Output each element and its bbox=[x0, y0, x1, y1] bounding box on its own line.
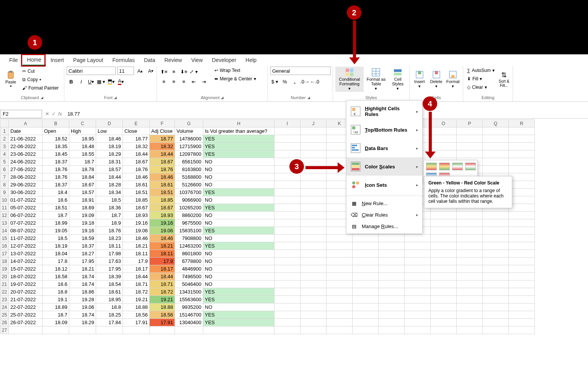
format-as-table-button[interactable]: Format as Table ▾ bbox=[365, 67, 387, 92]
name-box[interactable] bbox=[0, 110, 42, 118]
decrease-decimal-button[interactable]: ←.0 bbox=[310, 77, 319, 86]
cell-adj-close[interactable]: 18.93 bbox=[150, 212, 175, 219]
cell[interactable]: 18.09 bbox=[42, 319, 69, 326]
cell[interactable]: 6561500 bbox=[175, 158, 203, 166]
cell[interactable]: 15-07-2022 bbox=[9, 265, 42, 273]
cell[interactable]: 17.95 bbox=[69, 258, 96, 265]
row-header-20[interactable]: 20 bbox=[0, 273, 9, 281]
header-cell[interactable]: Is Vol greater than average? bbox=[203, 127, 274, 135]
header-cell[interactable]: High bbox=[69, 127, 96, 135]
cell[interactable]: 18.25 bbox=[96, 311, 123, 319]
row-header-17[interactable]: 17 bbox=[0, 250, 9, 258]
paste-button[interactable]: Paste ▾ bbox=[2, 67, 19, 92]
italic-button[interactable]: I bbox=[77, 77, 86, 86]
cell-adj-close[interactable]: 19.16 bbox=[150, 219, 175, 227]
decrease-font-button[interactable]: A▾ bbox=[146, 67, 155, 75]
cell[interactable]: 17.8 bbox=[42, 258, 69, 265]
cell[interactable]: 18.7 bbox=[69, 158, 96, 166]
cell[interactable]: 18.88 bbox=[123, 303, 150, 311]
cell[interactable]: 9066900 bbox=[175, 196, 203, 204]
row-header-7[interactable]: 7 bbox=[0, 173, 9, 181]
cell[interactable]: 18.74 bbox=[69, 273, 96, 281]
cell[interactable]: 18-07-2022 bbox=[9, 273, 42, 281]
cell[interactable]: 5046400 bbox=[175, 281, 203, 288]
cell[interactable]: 18.46 bbox=[123, 235, 150, 242]
cell[interactable]: 18.36 bbox=[96, 204, 123, 212]
cell[interactable]: 6778800 bbox=[175, 258, 203, 265]
cell[interactable]: 18.56 bbox=[123, 311, 150, 319]
cell[interactable]: 19-07-2022 bbox=[9, 281, 42, 288]
row-header-5[interactable]: 5 bbox=[0, 158, 9, 166]
cell[interactable]: 25-07-2022 bbox=[9, 311, 42, 319]
align-middle-button[interactable]: ≡ bbox=[169, 67, 178, 76]
fill-button[interactable]: ⬇Fill ▾ bbox=[466, 75, 496, 83]
enter-icon[interactable]: ✓ bbox=[52, 111, 56, 117]
cell[interactable]: 18.91 bbox=[69, 196, 96, 204]
dialog-launcher-icon[interactable]: ◢ bbox=[307, 96, 310, 100]
menu-clear-rules[interactable]: ⌫ Clear Rules ▸ bbox=[346, 209, 422, 220]
comma-button[interactable]: , bbox=[290, 77, 299, 86]
cancel-icon[interactable]: ✕ bbox=[45, 111, 49, 117]
cell[interactable]: 12-07-2022 bbox=[9, 242, 42, 250]
menu-icon-sets[interactable]: Icon Sets ▸ bbox=[346, 176, 422, 194]
cell-isvol[interactable]: YES bbox=[203, 242, 274, 250]
cell-isvol[interactable]: NO bbox=[203, 173, 274, 181]
cell[interactable]: 18.48 bbox=[69, 143, 96, 150]
row-header-26[interactable]: 26 bbox=[0, 319, 9, 326]
cell-adj-close[interactable]: 18.21 bbox=[150, 242, 175, 250]
cell[interactable]: 18.67 bbox=[69, 181, 96, 189]
cell[interactable]: 18.11 bbox=[96, 242, 123, 250]
row-header-9[interactable]: 9 bbox=[0, 189, 9, 196]
row-header-23[interactable]: 23 bbox=[0, 296, 9, 303]
cell[interactable]: 9675500 bbox=[175, 219, 203, 227]
cell[interactable]: 18.59 bbox=[69, 235, 96, 242]
row-header-19[interactable]: 19 bbox=[0, 265, 9, 273]
cell[interactable]: 18.32 bbox=[123, 143, 150, 150]
accounting-button[interactable]: $ ▾ bbox=[270, 77, 279, 86]
cell[interactable]: 12097800 bbox=[175, 150, 203, 158]
align-bottom-button[interactable]: ⬇≡ bbox=[179, 67, 188, 76]
cell[interactable]: 18.17 bbox=[123, 265, 150, 273]
cell[interactable]: 18.35 bbox=[42, 143, 69, 150]
cell[interactable]: 21-06-2022 bbox=[9, 135, 42, 143]
dialog-launcher-icon[interactable]: ◢ bbox=[41, 96, 43, 100]
cell[interactable]: 18.6 bbox=[42, 196, 69, 204]
conditional-formatting-button[interactable]: Conditional Formatting ▾ bbox=[335, 67, 364, 92]
cell[interactable]: 18.52 bbox=[42, 135, 69, 143]
col-header-Q[interactable]: Q bbox=[483, 120, 509, 127]
swatch-rwg[interactable] bbox=[465, 163, 476, 170]
cell[interactable]: 13040400 bbox=[175, 319, 203, 326]
cell[interactable]: 18.76 bbox=[96, 227, 123, 235]
cell[interactable]: 07-07-2022 bbox=[9, 219, 42, 227]
cell[interactable]: 18.39 bbox=[96, 273, 123, 281]
cell[interactable]: 18.46 bbox=[96, 135, 123, 143]
cell[interactable]: 18.6 bbox=[42, 281, 69, 288]
cell[interactable]: 7908800 bbox=[175, 235, 203, 242]
header-cell[interactable]: Open bbox=[42, 127, 69, 135]
cell-isvol[interactable]: NO bbox=[203, 158, 274, 166]
cell[interactable]: 18.12 bbox=[42, 265, 69, 273]
cell[interactable]: 19.06 bbox=[123, 227, 150, 235]
cell-adj-close[interactable]: 18.67 bbox=[150, 204, 175, 212]
cell[interactable]: 18.74 bbox=[69, 311, 96, 319]
cell-isvol[interactable]: YES bbox=[203, 227, 274, 235]
fx-icon[interactable]: fx bbox=[58, 111, 62, 117]
cell-isvol[interactable]: YES bbox=[203, 143, 274, 150]
row-header-21[interactable]: 21 bbox=[0, 281, 9, 288]
cell-isvol[interactable]: NO bbox=[203, 196, 274, 204]
swatch-gyr[interactable] bbox=[426, 163, 437, 170]
cell-isvol[interactable]: YES bbox=[203, 311, 274, 319]
cell[interactable]: 18.54 bbox=[96, 281, 123, 288]
cell[interactable]: 18.57 bbox=[96, 166, 123, 173]
cell[interactable]: 15146700 bbox=[175, 311, 203, 319]
cell[interactable]: 14786000 bbox=[175, 135, 203, 143]
number-format-select[interactable] bbox=[270, 67, 331, 75]
cell-isvol[interactable]: NO bbox=[203, 281, 274, 288]
cell-adj-close[interactable]: 18.46 bbox=[150, 235, 175, 242]
cell[interactable]: 15563600 bbox=[175, 296, 203, 303]
cell[interactable]: 18.9 bbox=[96, 219, 123, 227]
cell[interactable]: 18.67 bbox=[123, 204, 150, 212]
cell[interactable]: 18.86 bbox=[69, 288, 96, 296]
menu-new-rule[interactable]: ▦ New Rule... bbox=[346, 197, 422, 209]
cell[interactable]: 18.7 bbox=[42, 311, 69, 319]
